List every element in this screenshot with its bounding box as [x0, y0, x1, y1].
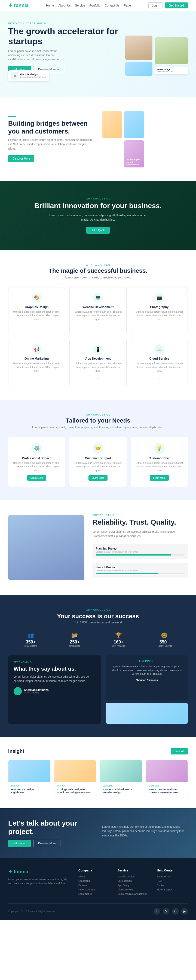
magic-desc: Lorem ipsum dolor sit amet, consectetur …: [8, 276, 188, 279]
service-card-app: 📱 App Development Ultrices a augue lorem…: [69, 339, 126, 386]
hero-tag: RESEARCH. REACT. GROW.: [8, 22, 125, 25]
footer-help-title: Help Center: [157, 869, 188, 872]
marketing-desc: Ultrices a augue lorem ipsum dolor sit a…: [13, 362, 60, 373]
stat-happy: 😊 550+ Happy Clients: [157, 632, 172, 647]
blog-title-1: How To Use Design Lighthouse: [11, 788, 47, 794]
nav-actions: Login Get Started: [148, 2, 188, 8]
footer-link-contact[interactable]: Contact: [157, 884, 188, 887]
graphics-link[interactable]: →: [35, 325, 38, 328]
success-tag: WHY CHOOSE US: [8, 608, 188, 611]
care-learn-button[interactable]: Learn More: [150, 475, 169, 480]
innovation-tag: WHY CHOOSE US: [8, 197, 188, 200]
progress-launch-sub: Ultrices a augue lorem ipsum dolor sit a…: [96, 570, 185, 572]
insight-section: Insight View All DESIGN How To Use Desig…: [0, 737, 196, 808]
nav-about[interactable]: About Us: [58, 4, 71, 7]
blog-card-2[interactable]: DESIGN 3 Things Web Designers Should Be …: [54, 760, 96, 797]
footer-link-leadership[interactable]: Leadership: [79, 880, 109, 882]
support-learn-button[interactable]: Learn More: [88, 475, 108, 480]
nav-links: Home About Us Service Portfolio Contact …: [46, 4, 131, 7]
footer-link-legal[interactable]: Legal Notice: [79, 892, 109, 895]
nav-service[interactable]: Service: [75, 4, 85, 7]
nav-portfolio[interactable]: Portfolio: [89, 4, 100, 7]
get-started-button[interactable]: Get Started: [165, 2, 188, 8]
testimonial-author: Sherman Simmons CEO, Company: [14, 687, 96, 695]
app-link[interactable]: →: [96, 377, 99, 380]
blog-img-2: [55, 760, 96, 782]
photo-link[interactable]: →: [158, 325, 161, 328]
stat-awards: 🏆 160+ Win Awards: [112, 632, 125, 647]
footer-bottom: Copyright 2021 © funnia. All rights rese…: [8, 904, 188, 915]
footer-link-about[interactable]: About: [79, 875, 109, 878]
nav-home[interactable]: Home: [46, 4, 54, 7]
facebook-icon[interactable]: f: [154, 908, 160, 915]
app-desc: Ultrices a augue lorem ipsum dolor sit a…: [74, 362, 122, 373]
magic-section: WHAT WE OFFER The magic of successful bu…: [0, 250, 196, 400]
magic-title: The magic of successful business.: [8, 267, 188, 274]
web-link[interactable]: →: [96, 325, 99, 328]
footer-link-news[interactable]: News & Articles: [79, 888, 109, 891]
insight-title: Insight: [8, 748, 24, 754]
footer-link-ticket[interactable]: Ticket Support: [157, 888, 188, 891]
social-icons: f 𝕏 in ▶: [154, 908, 188, 915]
testimonial-text: Lorem ipsum dolor sit amet, consectetur …: [14, 675, 96, 683]
testimonials-container: TESTIMONIALS What they say about us. Lor…: [8, 655, 188, 724]
footer-link-graphic[interactable]: Graphic Design: [117, 875, 149, 878]
blog-card-3[interactable]: WEBSITE 5 Ways to Add Value on a Website…: [100, 760, 142, 797]
login-button[interactable]: Login: [148, 2, 163, 8]
blog-content-3: WEBSITE 5 Ways to Add Value on a Website…: [100, 782, 142, 797]
blog-title-4: Best 5 tools for Website Creators: Novem…: [149, 788, 185, 794]
stat-organized: 📂 250+ Organized: [69, 632, 80, 647]
footer: ✦ funnia Lorem ipsum dolor sit amet, con…: [0, 858, 196, 920]
tailored-cards: ⚙️ Professional Service Ultrices a augue…: [8, 437, 188, 487]
nav-page[interactable]: Page: [124, 4, 131, 7]
service-card-cloud: ☁️ Cloud Service Ultrices a augue lorem …: [131, 339, 188, 386]
blog-card-1[interactable]: DESIGN How To Use Design Lighthouse: [8, 760, 50, 797]
awards-num: 160+: [112, 640, 125, 644]
cta-discover-button[interactable]: Discover More: [34, 840, 60, 847]
reliability-image: [8, 515, 84, 580]
care-icon: 💡: [154, 443, 165, 454]
care-title: Customer Care: [135, 457, 183, 460]
footer-link-social[interactable]: Social Media Management: [117, 892, 149, 895]
innovation-title: Brilliant innovation for your business.: [8, 202, 188, 210]
tailored-tag: WHY CHOOSE US: [8, 413, 188, 416]
marketing-link[interactable]: →: [35, 377, 38, 380]
footer-link-app-design[interactable]: App Design: [117, 884, 149, 887]
support-desc: Ultrices a augue lorem ipsum dolor sit a…: [74, 461, 122, 473]
footer-link-cloud[interactable]: Cloud Service: [117, 888, 149, 891]
footer-service-links: Graphic Design Local Design App Design C…: [117, 875, 149, 895]
innovation-quote-button[interactable]: Get a Quote: [86, 227, 110, 234]
reliability-desc: Lorem ipsum dolor sit amet, consectetur …: [93, 530, 188, 538]
clients-num: 350+: [24, 640, 37, 644]
footer-help-links: Help Center FAQ Contact Ticket Support: [157, 875, 188, 891]
marketing-title: Online Marketing: [13, 357, 60, 360]
footer-link-helpcenter[interactable]: Help Center: [157, 875, 188, 878]
cloud-link[interactable]: →: [158, 377, 161, 380]
professional-learn-button[interactable]: Learn More: [27, 475, 46, 480]
card-logo: LIVEPRESS: [110, 660, 183, 663]
blog-cat-1: DESIGN: [11, 784, 47, 787]
tailored-section: WHY CHOOSE US Tailored to your Needs Lor…: [0, 400, 196, 500]
footer-company-title: Company: [79, 869, 109, 872]
instagram-icon[interactable]: in: [172, 908, 178, 915]
footer-link-local[interactable]: Local Design: [117, 880, 149, 882]
cta-get-started-button[interactable]: Get Started: [8, 840, 31, 847]
service-card-photo: 📷 Photography Ultrices a augue lorem ips…: [131, 287, 188, 335]
view-all-button[interactable]: View All: [171, 748, 188, 754]
youtube-icon[interactable]: ▶: [181, 908, 188, 915]
awards-icon: 🏆: [112, 632, 125, 639]
logo[interactable]: ✦ funnia: [8, 2, 29, 9]
blog-card-4[interactable]: CONTENT Best 5 tools for Website Creator…: [146, 760, 188, 797]
cta-title: Let's talk about your project.: [8, 819, 94, 836]
footer-link-faq[interactable]: FAQ: [157, 880, 188, 882]
magic-tag: WHAT WE OFFER: [8, 264, 188, 266]
progress-planning-sub: Ultrices a augue lorem ipsum dolor sit a…: [96, 550, 185, 553]
services-grid: 🎨 Graphics Design Ultrices a augue lorem…: [8, 287, 188, 386]
clients-label: Total Clients: [24, 644, 37, 647]
happy-icon: 😊: [157, 632, 172, 639]
nav-contact[interactable]: Contact Us: [105, 4, 119, 7]
bridges-img-1: [102, 111, 122, 138]
twitter-icon[interactable]: 𝕏: [163, 908, 169, 915]
footer-link-careers[interactable]: Careers: [79, 884, 109, 887]
bridges-discover-button[interactable]: Discover More: [8, 155, 34, 162]
